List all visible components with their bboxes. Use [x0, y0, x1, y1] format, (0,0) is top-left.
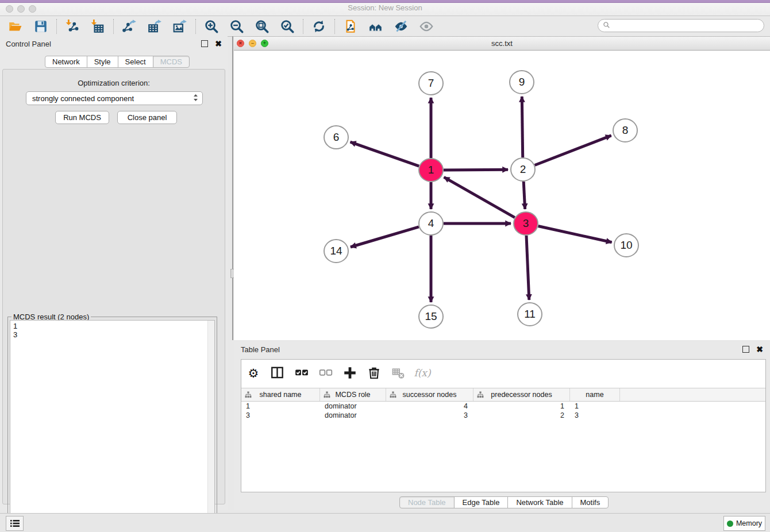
tab-network[interactable]: Network	[45, 56, 87, 68]
save-session-icon[interactable]	[33, 19, 48, 34]
node-table: shared nameMCDS rolesuccessor nodesprede…	[241, 388, 765, 420]
close-panel-icon[interactable]: ✖	[215, 40, 222, 48]
svg-text:2: 2	[520, 163, 526, 175]
first-neighbors-icon[interactable]	[368, 19, 383, 34]
clone-network-icon[interactable]	[343, 19, 358, 34]
control-panel: Control Panel ✖ NetworkStyleSelectMCDS O…	[0, 36, 228, 510]
float-table-panel-icon[interactable]	[742, 346, 749, 353]
edge-3-1[interactable]	[444, 177, 515, 217]
edge-1-2[interactable]	[444, 169, 508, 170]
node-7[interactable]: 7	[419, 72, 443, 95]
svg-text:11: 11	[524, 308, 536, 320]
cell-name: 1	[570, 402, 620, 411]
delete-columns-icon[interactable]	[367, 365, 382, 380]
select-stepper-icon	[192, 93, 199, 104]
node-9[interactable]: 9	[510, 71, 534, 94]
zoom-out-icon[interactable]	[229, 19, 244, 34]
memory-label: Memory	[736, 519, 762, 527]
column-header-predecessor-nodes[interactable]: predecessor nodes	[473, 388, 570, 401]
search-box[interactable]	[598, 19, 764, 32]
table-tabs: Node TableEdge TableNetwork TableMotifs	[399, 496, 609, 508]
tab-mcds[interactable]: MCDS	[153, 56, 190, 68]
top-accent-strip	[0, 0, 770, 3]
zoom-fit-icon[interactable]	[255, 19, 270, 34]
svg-text:14: 14	[330, 245, 342, 257]
table-row[interactable]: 1dominator411	[241, 402, 765, 411]
show-columns-icon[interactable]	[270, 365, 285, 380]
edge-2-9[interactable]	[522, 97, 522, 157]
mcds-panel: Optimization criterion: strongly connect…	[2, 69, 225, 504]
select-all-columns-icon[interactable]	[294, 365, 309, 380]
network-title: scc.txt	[234, 39, 770, 48]
application-window: Session: New Session Control Panel ✖ Net…	[0, 0, 770, 532]
edge-3-11[interactable]	[526, 236, 529, 300]
control-panel-title: Control Panel	[6, 40, 51, 48]
import-table-icon[interactable]	[90, 19, 105, 34]
search-input[interactable]	[613, 21, 764, 30]
mcds-result-text[interactable]: 1 3	[10, 320, 215, 529]
export-image-icon[interactable]	[172, 19, 187, 34]
panel-divider[interactable]	[232, 36, 233, 340]
table-row[interactable]: 3dominator323	[241, 411, 765, 420]
cell-shared-name: 3	[241, 411, 320, 420]
node-11[interactable]: 11	[518, 303, 542, 326]
edge-2-3[interactable]	[523, 182, 525, 209]
node-14[interactable]: 14	[324, 240, 348, 263]
svg-text:4: 4	[428, 217, 434, 229]
node-8[interactable]: 8	[613, 119, 637, 142]
node-2[interactable]: 2	[511, 158, 535, 181]
mcds-result-scrollbar[interactable]	[207, 321, 214, 529]
cell-MCDS-role: dominator	[320, 411, 386, 420]
node-15[interactable]: 15	[419, 305, 443, 328]
memory-button[interactable]: Memory	[723, 516, 765, 531]
column-header-MCDS-role[interactable]: MCDS role	[320, 388, 386, 401]
search-icon	[603, 21, 610, 31]
table-options-icon[interactable]: ⚙	[246, 365, 261, 380]
column-header-shared-name[interactable]: shared name	[241, 388, 320, 401]
tab-style[interactable]: Style	[87, 56, 118, 68]
run-mcds-button[interactable]: Run MCDS	[55, 111, 109, 124]
node-1[interactable]: 1	[419, 159, 443, 182]
tab-node-table[interactable]: Node Table	[399, 496, 455, 508]
column-header-successor-nodes[interactable]: successor nodes	[386, 388, 473, 401]
node-3[interactable]: 3	[514, 212, 538, 235]
tab-motifs[interactable]: Motifs	[572, 496, 609, 508]
edge-4-14[interactable]	[351, 227, 419, 247]
edge-1-6[interactable]	[351, 142, 419, 166]
create-column-icon[interactable]	[342, 365, 357, 380]
cell-MCDS-role: dominator	[320, 402, 386, 411]
refresh-view-icon[interactable]	[311, 19, 326, 34]
deselect-all-columns-icon[interactable]	[318, 365, 333, 380]
close-panel-button[interactable]: Close panel	[117, 111, 177, 124]
svg-text:3: 3	[523, 217, 529, 229]
edge-2-8[interactable]	[535, 136, 611, 165]
criterion-select[interactable]: strongly connected component	[26, 91, 203, 105]
mcds-result-group: MCDS result (2 nodes) 1 3	[7, 317, 217, 531]
cell-name: 3	[570, 411, 620, 420]
app-title: Session: New Session	[0, 3, 770, 12]
node-4[interactable]: 4	[419, 212, 443, 235]
open-session-icon[interactable]	[8, 19, 23, 34]
edge-3-10[interactable]	[538, 226, 612, 242]
cell-successor-nodes: 4	[386, 402, 473, 411]
table-header-row: shared nameMCDS rolesuccessor nodesprede…	[241, 388, 765, 402]
export-table-icon[interactable]	[147, 19, 162, 34]
tab-network-table[interactable]: Network Table	[507, 496, 572, 508]
column-header-name[interactable]: name	[570, 388, 620, 401]
float-panel-icon[interactable]	[201, 40, 208, 47]
close-table-panel-icon[interactable]: ✖	[756, 345, 763, 353]
import-network-icon[interactable]	[65, 19, 80, 34]
tab-select[interactable]: Select	[118, 56, 153, 68]
hide-selected-icon[interactable]	[394, 19, 409, 34]
criterion-value: strongly connected component	[32, 94, 134, 103]
tab-edge-table[interactable]: Edge Table	[454, 496, 509, 508]
zoom-in-icon[interactable]	[204, 19, 219, 34]
task-history-button[interactable]	[6, 516, 24, 531]
node-10[interactable]: 10	[614, 234, 638, 257]
node-6[interactable]: 6	[324, 126, 348, 149]
svg-text:8: 8	[622, 124, 629, 136]
zoom-selected-icon[interactable]	[280, 19, 295, 34]
network-canvas[interactable]: 7968124314101511	[234, 51, 770, 340]
show-all-icon	[419, 19, 434, 34]
export-network-icon[interactable]	[122, 19, 137, 34]
